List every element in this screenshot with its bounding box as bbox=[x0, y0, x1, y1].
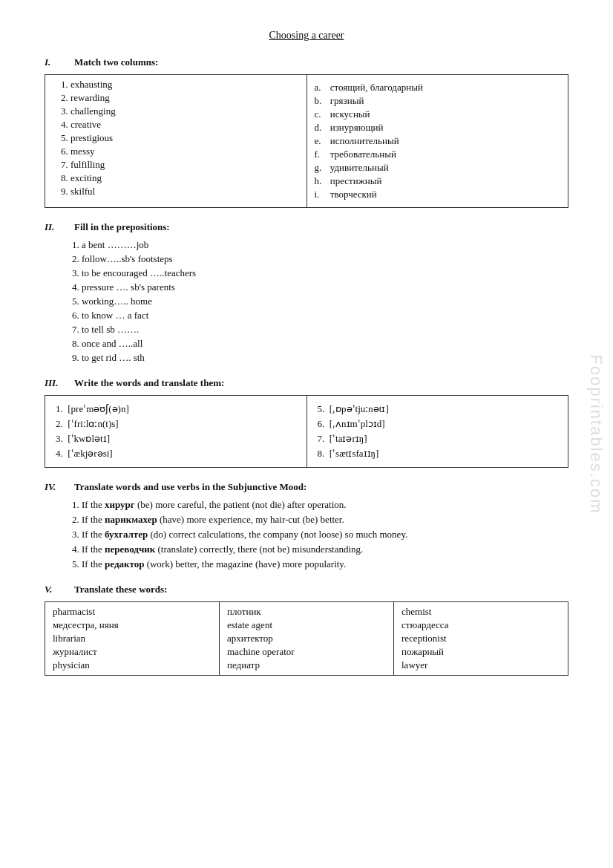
match-table: exhaustingrewardingchallengingcreativepr… bbox=[45, 74, 568, 208]
section-1-number: I. bbox=[45, 56, 74, 68]
match-left-item: rewarding bbox=[71, 92, 299, 104]
preposition-item: to be encouraged …..teachers bbox=[82, 267, 568, 279]
section-1: I. Match two columns: exhaustingrewardin… bbox=[45, 56, 568, 208]
section-2-header: II. Fill in the prepositions: bbox=[45, 221, 568, 233]
preposition-item: a bent ………job bbox=[82, 239, 568, 251]
translate-word: архитектор bbox=[227, 633, 386, 645]
translate-col-3: chemistстюардессаreceptionistпожарныйlaw… bbox=[394, 602, 568, 676]
phonetic-item: 4. [ˈækjərəsi] bbox=[56, 448, 296, 460]
translate-word: lawyer bbox=[401, 659, 560, 671]
match-right-col: a. стоящий, благодарныйb. грязныйc. иску… bbox=[306, 75, 568, 208]
match-right-item: f. требовательный bbox=[315, 149, 561, 160]
translate-word: плотник bbox=[227, 606, 386, 618]
translate-word: пожарный bbox=[401, 646, 560, 658]
section-4: IV. Translate words and use verbs in the… bbox=[45, 481, 568, 570]
match-right-item: h. престижный bbox=[315, 175, 561, 187]
preposition-item: follow…..sb's footsteps bbox=[82, 253, 568, 265]
match-right-item: b. грязный bbox=[315, 95, 561, 107]
preposition-item: to tell sb ……. bbox=[82, 324, 568, 336]
section-5: V. Translate these words: pharmacistмедс… bbox=[45, 584, 568, 676]
section-2: II. Fill in the prepositions: a bent ………… bbox=[45, 221, 568, 364]
translate-word: receptionist bbox=[401, 633, 560, 645]
translate-word: pharmacist bbox=[53, 606, 212, 618]
preposition-item: to get rid …. sth bbox=[82, 352, 568, 364]
phonetic-item: 7. [ˈtaɪərɪŋ] bbox=[318, 433, 558, 445]
match-left-item: prestigious bbox=[71, 132, 299, 144]
subjunctive-item: If the бухгалтер (do) correct calculatio… bbox=[82, 529, 568, 541]
preposition-item: once and …..all bbox=[82, 338, 568, 350]
phonetic-item: 5. [ˌɒpəˈtjuːnətɪ] bbox=[318, 403, 558, 415]
translate-word: стюардесса bbox=[401, 619, 560, 631]
section-3: III. Write the words and translate them:… bbox=[45, 377, 568, 468]
match-left-item: exciting bbox=[71, 172, 299, 184]
subjunctive-item: If the редактор (work) better, the magaz… bbox=[82, 558, 568, 570]
subjunctive-item: If the хирург (be) more careful, the pat… bbox=[82, 499, 568, 511]
translate-word: physician bbox=[53, 659, 212, 671]
match-left-item: challenging bbox=[71, 105, 299, 117]
translate-col-1: pharmacistмедсестра, няняlibrarianжурнал… bbox=[45, 602, 220, 676]
match-right-item: a. стоящий, благодарный bbox=[315, 82, 561, 94]
section-4-title: Translate words and use verbs in the Sub… bbox=[74, 481, 306, 493]
phonetic-item: 2. [ˈfriːlɑːn(t)s] bbox=[56, 418, 296, 430]
match-left-item: fulfilling bbox=[71, 159, 299, 171]
translate-word: медсестра, няня bbox=[53, 619, 212, 631]
match-right-item: c. искусный bbox=[315, 108, 561, 120]
section-4-number: IV. bbox=[45, 481, 74, 493]
section-5-number: V. bbox=[45, 584, 74, 595]
translate-word: журналист bbox=[53, 646, 212, 658]
phonetics-table: 1. [preˈməʊʃ(ə)n]2. [ˈfriːlɑːn(t)s]3. [ˈ… bbox=[45, 395, 568, 468]
section-5-header: V. Translate these words: bbox=[45, 584, 568, 595]
section-5-title: Translate these words: bbox=[74, 584, 167, 595]
section-3-number: III. bbox=[45, 377, 74, 389]
translate-col-2: плотникestate agentархитекторmachine ope… bbox=[220, 602, 394, 676]
match-right-item: d. изнуряющий bbox=[315, 122, 561, 134]
preposition-item: working….. home bbox=[82, 296, 568, 307]
section-4-header: IV. Translate words and use verbs in the… bbox=[45, 481, 568, 493]
preposition-item: pressure …. sb's parents bbox=[82, 281, 568, 293]
match-left-item: creative bbox=[71, 119, 299, 131]
translate-word: librarian bbox=[53, 633, 212, 645]
translate-word: machine operator bbox=[227, 646, 386, 658]
section-2-number: II. bbox=[45, 221, 74, 233]
phonetic-item: 1. [preˈməʊʃ(ə)n] bbox=[56, 403, 296, 415]
page-title: Choosing a career bbox=[45, 30, 568, 42]
translate-table: pharmacistмедсестра, няняlibrarianжурнал… bbox=[45, 601, 568, 676]
watermark: Fooprintables.com bbox=[586, 354, 606, 514]
translate-word: chemist bbox=[401, 606, 560, 618]
section-3-title: Write the words and translate them: bbox=[74, 377, 224, 389]
match-right-item: i. творческий bbox=[315, 189, 561, 200]
match-left-item: messy bbox=[71, 146, 299, 157]
phonetic-item: 6. [ˌʌnɪmˈplɔɪd] bbox=[318, 418, 558, 430]
match-right-item: e. исполнительный bbox=[315, 135, 561, 147]
section-3-header: III. Write the words and translate them: bbox=[45, 377, 568, 389]
translate-word: педиатр bbox=[227, 659, 386, 671]
subjunctive-item: If the парикмахер (have) more experience… bbox=[82, 514, 568, 526]
translate-word: estate agent bbox=[227, 619, 386, 631]
phonetics-left-col: 1. [preˈməʊʃ(ə)n]2. [ˈfriːlɑːn(t)s]3. [ˈ… bbox=[45, 396, 307, 468]
subjunctive-item: If the переводчик (translate) correctly,… bbox=[82, 544, 568, 555]
section-1-header: I. Match two columns: bbox=[45, 56, 568, 68]
match-right-item: g. удивительный bbox=[315, 162, 561, 174]
phonetic-item: 8. [ˈsætɪsfaɪɪŋ] bbox=[318, 448, 558, 460]
phonetics-right-col: 5. [ˌɒpəˈtjuːnətɪ]6. [ˌʌnɪmˈplɔɪd]7. [ˈt… bbox=[306, 396, 568, 468]
match-left-item: exhausting bbox=[71, 79, 299, 91]
match-left-col: exhaustingrewardingchallengingcreativepr… bbox=[45, 75, 307, 208]
phonetic-item: 3. [ˈkwɒlətɪ] bbox=[56, 433, 296, 445]
preposition-item: to know … a fact bbox=[82, 310, 568, 322]
match-left-item: skilful bbox=[71, 186, 299, 198]
section-2-title: Fill in the prepositions: bbox=[74, 221, 170, 233]
section-1-title: Match two columns: bbox=[74, 56, 158, 68]
